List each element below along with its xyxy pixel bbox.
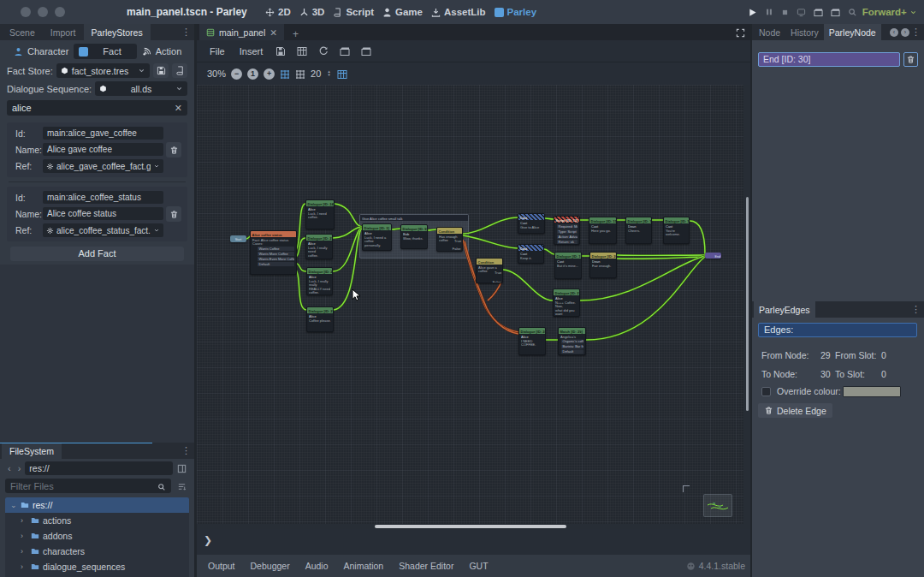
tab-game[interactable]: Game — [382, 7, 423, 17]
graph-node[interactable]: Dialogue [ID: 17]CastYou're welcome. — [663, 217, 690, 244]
zoom-in-button[interactable]: + — [264, 68, 275, 80]
graph-node[interactable]: Dialogue [ID: 9]BobWow, thanks. — [400, 224, 428, 249]
zoom-reset-button[interactable]: 1 — [247, 68, 258, 80]
play-scene-button[interactable] — [814, 8, 823, 17]
test-custom-icon[interactable] — [357, 45, 376, 57]
add-fact-button[interactable]: Add Fact — [10, 247, 184, 261]
audio-tab[interactable]: Audio — [299, 561, 335, 571]
fact-name-input[interactable]: Alice gave coffee — [43, 143, 163, 156]
history-forward-button[interactable]: › — [15, 463, 24, 473]
refresh-icon[interactable] — [314, 45, 333, 57]
fact-ref-dropdown[interactable]: alice_coffee_status_fact. — [43, 223, 163, 237]
window-minimize-button[interactable] — [38, 7, 48, 17]
grid-toggle-icon[interactable] — [295, 68, 305, 79]
graph-canvas[interactable]: Give Alice coffee small talk StartAlice … — [197, 85, 750, 524]
distraction-free-icon[interactable] — [736, 27, 745, 38]
graph-node[interactable]: Dialogue [ID: 21]AliceN+++ Coffee. Now,w… — [553, 288, 580, 317]
graph-node[interactable]: Dialogue [ID: 24]AliceLuck, I need coffe… — [305, 199, 335, 229]
graph-node[interactable]: Dialogue [ID: 16]DeanCheers. — [625, 217, 652, 244]
animation-tab[interactable]: Animation — [338, 561, 390, 571]
dock-menu-icon[interactable]: ⋮ — [911, 304, 921, 315]
remote-debug-icon[interactable] — [797, 8, 806, 17]
new-fact-store-button[interactable] — [172, 63, 187, 78]
graph-node[interactable]: CastCastGive to Alice — [518, 213, 545, 234]
fact-id-input[interactable]: main:alice_coffee_status — [43, 191, 163, 204]
graph-node[interactable]: End [ID: 30] — [705, 253, 721, 259]
fact-id-input[interactable]: main:alice_gave_coffee — [43, 127, 163, 140]
delete-fact-button[interactable] — [166, 142, 181, 158]
snap-distance-spinner[interactable]: ▲▼ — [326, 70, 332, 77]
window-zoom-button[interactable] — [55, 7, 65, 17]
graph-node[interactable]: Dialogue [ID: 26]AliceLuck, I really rea… — [306, 267, 333, 295]
action-button[interactable]: Action — [137, 44, 187, 59]
character-button[interactable]: Character — [9, 44, 74, 59]
graph-node[interactable]: Dialogue [ID: 20]DeanFair enough. — [589, 252, 617, 278]
shader-editor-tab[interactable]: Shader Editor — [393, 561, 459, 571]
close-tab-icon[interactable]: ✕ — [270, 27, 277, 38]
tab-script[interactable]: Script — [333, 7, 374, 17]
graph-node[interactable]: ConditionAlice gave a coffeeTrueFalse — [476, 258, 503, 283]
selected-node-item[interactable]: End [ID: 30] — [758, 52, 900, 67]
save-icon[interactable] — [271, 45, 290, 57]
output-tab[interactable]: Output — [202, 561, 241, 571]
fact-search-input[interactable]: alice ✕ — [7, 100, 187, 116]
filter-files-input[interactable]: Filter Files — [5, 479, 171, 493]
forward-icon[interactable]: › — [901, 28, 909, 37]
stop-button[interactable] — [781, 9, 789, 16]
vertical-scrollbar[interactable] — [743, 85, 750, 524]
zoom-out-button[interactable]: − — [231, 68, 242, 80]
play-custom-scene-button[interactable] — [831, 8, 840, 17]
tab-3d[interactable]: 3D — [299, 7, 325, 17]
file-menu[interactable]: File — [204, 46, 231, 57]
snap-distance-value[interactable]: 20 — [311, 68, 321, 79]
path-breadcrumb[interactable]: res:// — [25, 461, 173, 475]
save-fact-store-button[interactable] — [153, 63, 169, 78]
tree-item-characters[interactable]: ›characters — [5, 544, 189, 559]
tab-parley[interactable]: Parley — [495, 7, 537, 17]
clear-search-icon[interactable]: ✕ — [175, 103, 182, 114]
graph-node[interactable]: Dialogue [ID: 15]CastHere you go. — [589, 217, 617, 244]
fact-store-dropdown[interactable]: fact_store.tres — [56, 63, 150, 78]
split-view-icon[interactable] — [175, 463, 189, 474]
tab-parleyedges[interactable]: ParleyEdges — [754, 301, 815, 318]
fact-button[interactable]: Fact — [74, 44, 136, 59]
dialogue-sequence-dropdown[interactable]: all.ds — [95, 81, 187, 96]
graph-node[interactable]: Alice coffee statusFact: Alice coffee st… — [250, 230, 297, 275]
gut-tab[interactable]: GUT — [463, 561, 494, 571]
tab-parleynode[interactable]: ParleyNode — [824, 24, 881, 40]
tab-2d[interactable]: 2D — [265, 7, 291, 17]
tab-assetlib[interactable]: AssetLib — [431, 7, 486, 17]
fact-ref-dropdown[interactable]: alice_gave_coffee_fact.g — [43, 159, 163, 173]
tab-import[interactable]: Import — [43, 24, 84, 40]
graph-node[interactable]: Dialogue [ID: 19]CastBut it's mine... — [554, 252, 582, 279]
tab-scene[interactable]: Scene — [2, 24, 43, 40]
minimap-toggle-icon[interactable] — [337, 68, 347, 79]
graph-node[interactable]: Dialogue [ID: 28]AliceI NEED COFFEE. — [518, 327, 546, 355]
window-close-button[interactable] — [21, 7, 31, 17]
graph-node[interactable]: CastCastKeep it. — [518, 244, 544, 264]
delete-node-button[interactable] — [903, 52, 918, 67]
delete-fact-button[interactable] — [166, 206, 181, 222]
export-icon[interactable] — [293, 45, 311, 57]
dock-menu-icon[interactable]: ⋮ — [181, 27, 191, 38]
tree-item-res[interactable]: ⌄res:// — [5, 497, 189, 513]
graph-node[interactable]: Match [ID: 29]Angelica'sOrganic's coffee… — [558, 327, 586, 355]
tree-item-actions[interactable]: ›actions — [5, 513, 189, 528]
snap-toggle-icon[interactable] — [280, 68, 290, 79]
back-icon[interactable]: ‹ — [890, 28, 898, 37]
renderer-selector[interactable]: Forward+ — [862, 7, 917, 17]
movie-maker-icon[interactable] — [848, 8, 857, 17]
graph-node[interactable]: Dialogue [ID: 3]AliceLuck, I need acoffe… — [362, 223, 392, 251]
fact-name-input[interactable]: Alice coffee status — [43, 207, 163, 220]
insert-menu[interactable]: Insert — [234, 46, 270, 57]
new-tab-button[interactable]: + — [284, 28, 307, 40]
bottom-panel-expander[interactable]: ❯ — [197, 529, 750, 555]
override-colour-swatch[interactable] — [843, 386, 901, 397]
graph-node[interactable]: Dialogue [ID: 25]AliceLuck, I really nee… — [305, 234, 333, 259]
graph-node[interactable]: ConditionHas enough coffeeTrueFalse — [436, 227, 463, 252]
tab-node[interactable]: Node — [754, 24, 785, 40]
scene-tab-main-panel[interactable]: main_panel ✕ — [199, 24, 284, 40]
sort-files-icon[interactable] — [175, 480, 189, 491]
delete-edge-button[interactable]: Delete Edge — [758, 403, 832, 418]
tree-item-dialogue-sequences[interactable]: ›dialogue_sequences — [5, 559, 189, 574]
